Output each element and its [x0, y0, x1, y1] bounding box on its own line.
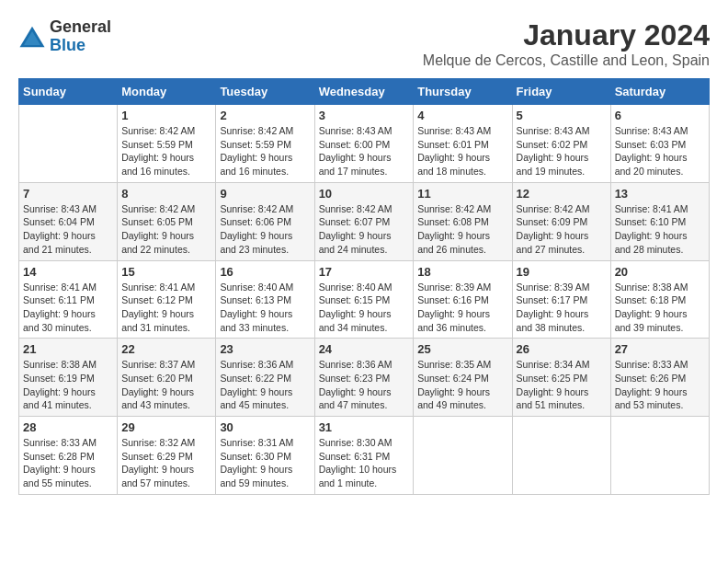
day-number: 7	[23, 187, 113, 201]
day-number: 18	[417, 265, 507, 279]
day-info: Sunrise: 8:37 AM Sunset: 6:20 PM Dayligh…	[121, 358, 211, 412]
day-number: 21	[23, 342, 113, 356]
calendar-cell: 19Sunrise: 8:39 AM Sunset: 6:17 PM Dayli…	[512, 260, 610, 339]
day-info: Sunrise: 8:41 AM Sunset: 6:11 PM Dayligh…	[23, 281, 113, 335]
header-cell-sunday: Sunday	[19, 79, 118, 105]
day-info: Sunrise: 8:40 AM Sunset: 6:13 PM Dayligh…	[220, 281, 310, 335]
location-subtitle: Melque de Cercos, Castille and Leon, Spa…	[423, 52, 710, 69]
logo-general: General	[50, 18, 111, 37]
day-number: 4	[417, 109, 507, 122]
day-info: Sunrise: 8:42 AM Sunset: 5:59 PM Dayligh…	[121, 124, 211, 178]
day-info: Sunrise: 8:38 AM Sunset: 6:19 PM Dayligh…	[23, 358, 113, 412]
calendar-header: SundayMondayTuesdayWednesdayThursdayFrid…	[19, 79, 710, 105]
day-number: 10	[319, 187, 410, 201]
calendar-cell: 24Sunrise: 8:36 AM Sunset: 6:23 PM Dayli…	[314, 339, 414, 417]
day-number: 13	[615, 187, 705, 201]
day-info: Sunrise: 8:35 AM Sunset: 6:24 PM Dayligh…	[417, 358, 507, 412]
title-section: January 2024 Melque de Cercos, Castille …	[423, 18, 710, 69]
calendar-cell: 3Sunrise: 8:43 AM Sunset: 6:00 PM Daylig…	[314, 105, 414, 183]
calendar-cell: 2Sunrise: 8:42 AM Sunset: 5:59 PM Daylig…	[216, 105, 314, 183]
day-info: Sunrise: 8:42 AM Sunset: 5:59 PM Dayligh…	[220, 124, 310, 178]
day-info: Sunrise: 8:43 AM Sunset: 6:00 PM Dayligh…	[319, 124, 410, 178]
day-number: 14	[23, 265, 113, 279]
day-number: 2	[220, 109, 310, 122]
calendar-cell	[414, 417, 512, 495]
calendar-cell: 14Sunrise: 8:41 AM Sunset: 6:11 PM Dayli…	[19, 260, 118, 339]
day-number: 30	[220, 420, 310, 434]
calendar-cell: 29Sunrise: 8:32 AM Sunset: 6:29 PM Dayli…	[118, 417, 216, 495]
logo: General Blue	[18, 18, 111, 55]
calendar-cell: 26Sunrise: 8:34 AM Sunset: 6:25 PM Dayli…	[512, 339, 610, 417]
day-number: 26	[517, 342, 607, 356]
calendar-cell: 6Sunrise: 8:43 AM Sunset: 6:03 PM Daylig…	[610, 105, 709, 183]
day-number: 3	[319, 109, 410, 122]
day-number: 1	[121, 109, 211, 122]
calendar-cell: 12Sunrise: 8:42 AM Sunset: 6:09 PM Dayli…	[512, 182, 610, 260]
calendar-week-row: 21Sunrise: 8:38 AM Sunset: 6:19 PM Dayli…	[19, 339, 710, 417]
header-cell-friday: Friday	[512, 79, 610, 105]
day-number: 24	[319, 342, 410, 356]
calendar-cell: 16Sunrise: 8:40 AM Sunset: 6:13 PM Dayli…	[216, 260, 314, 339]
logo-text: General Blue	[50, 18, 111, 55]
day-number: 20	[615, 265, 705, 279]
calendar-cell: 27Sunrise: 8:33 AM Sunset: 6:26 PM Dayli…	[610, 339, 709, 417]
day-number: 22	[121, 342, 211, 356]
day-info: Sunrise: 8:43 AM Sunset: 6:01 PM Dayligh…	[417, 124, 507, 178]
calendar-cell: 5Sunrise: 8:43 AM Sunset: 6:02 PM Daylig…	[512, 105, 610, 183]
day-info: Sunrise: 8:42 AM Sunset: 6:06 PM Dayligh…	[220, 202, 310, 257]
calendar-cell: 21Sunrise: 8:38 AM Sunset: 6:19 PM Dayli…	[19, 339, 118, 417]
calendar-cell	[610, 417, 709, 495]
day-info: Sunrise: 8:34 AM Sunset: 6:25 PM Dayligh…	[517, 358, 607, 412]
day-info: Sunrise: 8:43 AM Sunset: 6:03 PM Dayligh…	[615, 124, 705, 178]
calendar-cell: 13Sunrise: 8:41 AM Sunset: 6:10 PM Dayli…	[610, 182, 709, 260]
day-info: Sunrise: 8:30 AM Sunset: 6:31 PM Dayligh…	[319, 436, 410, 490]
calendar-cell: 10Sunrise: 8:42 AM Sunset: 6:07 PM Dayli…	[314, 182, 414, 260]
day-info: Sunrise: 8:41 AM Sunset: 6:12 PM Dayligh…	[121, 281, 211, 335]
day-info: Sunrise: 8:43 AM Sunset: 6:04 PM Dayligh…	[23, 202, 113, 257]
calendar-cell: 7Sunrise: 8:43 AM Sunset: 6:04 PM Daylig…	[19, 182, 118, 260]
day-number: 27	[615, 342, 705, 356]
day-number: 12	[517, 187, 607, 201]
day-info: Sunrise: 8:33 AM Sunset: 6:28 PM Dayligh…	[23, 436, 113, 490]
day-info: Sunrise: 8:42 AM Sunset: 6:07 PM Dayligh…	[319, 202, 410, 257]
calendar-cell: 20Sunrise: 8:38 AM Sunset: 6:18 PM Dayli…	[610, 260, 709, 339]
calendar-cell: 11Sunrise: 8:42 AM Sunset: 6:08 PM Dayli…	[414, 182, 512, 260]
logo-icon	[18, 23, 46, 51]
day-number: 31	[319, 420, 410, 434]
calendar-cell: 18Sunrise: 8:39 AM Sunset: 6:16 PM Dayli…	[414, 260, 512, 339]
day-info: Sunrise: 8:43 AM Sunset: 6:02 PM Dayligh…	[517, 124, 607, 178]
page-header: General Blue January 2024 Melque de Cerc…	[18, 18, 710, 69]
calendar-cell: 9Sunrise: 8:42 AM Sunset: 6:06 PM Daylig…	[216, 182, 314, 260]
header-cell-tuesday: Tuesday	[216, 79, 314, 105]
calendar-cell: 4Sunrise: 8:43 AM Sunset: 6:01 PM Daylig…	[414, 105, 512, 183]
day-number: 16	[220, 265, 310, 279]
header-row: SundayMondayTuesdayWednesdayThursdayFrid…	[19, 79, 710, 105]
day-number: 5	[517, 109, 607, 122]
calendar-cell: 17Sunrise: 8:40 AM Sunset: 6:15 PM Dayli…	[314, 260, 414, 339]
day-info: Sunrise: 8:32 AM Sunset: 6:29 PM Dayligh…	[121, 436, 211, 490]
day-number: 19	[517, 265, 607, 279]
calendar-week-row: 1Sunrise: 8:42 AM Sunset: 5:59 PM Daylig…	[19, 105, 710, 183]
calendar-cell: 25Sunrise: 8:35 AM Sunset: 6:24 PM Dayli…	[414, 339, 512, 417]
calendar-cell: 28Sunrise: 8:33 AM Sunset: 6:28 PM Dayli…	[19, 417, 118, 495]
header-cell-monday: Monday	[118, 79, 216, 105]
day-info: Sunrise: 8:33 AM Sunset: 6:26 PM Dayligh…	[615, 358, 705, 412]
calendar-cell: 23Sunrise: 8:36 AM Sunset: 6:22 PM Dayli…	[216, 339, 314, 417]
day-number: 8	[121, 187, 211, 201]
day-info: Sunrise: 8:42 AM Sunset: 6:08 PM Dayligh…	[417, 202, 507, 257]
day-info: Sunrise: 8:39 AM Sunset: 6:17 PM Dayligh…	[517, 281, 607, 335]
calendar-body: 1Sunrise: 8:42 AM Sunset: 5:59 PM Daylig…	[19, 105, 710, 495]
calendar-cell	[512, 417, 610, 495]
month-year-title: January 2024	[423, 18, 710, 52]
day-info: Sunrise: 8:40 AM Sunset: 6:15 PM Dayligh…	[319, 281, 410, 335]
calendar-cell: 8Sunrise: 8:42 AM Sunset: 6:05 PM Daylig…	[118, 182, 216, 260]
calendar-cell	[19, 105, 118, 183]
day-info: Sunrise: 8:42 AM Sunset: 6:05 PM Dayligh…	[121, 202, 211, 257]
calendar-cell: 31Sunrise: 8:30 AM Sunset: 6:31 PM Dayli…	[314, 417, 414, 495]
day-number: 29	[121, 420, 211, 434]
logo-blue: Blue	[50, 37, 111, 55]
day-number: 17	[319, 265, 410, 279]
header-cell-thursday: Thursday	[414, 79, 512, 105]
day-number: 25	[417, 342, 507, 356]
day-number: 11	[417, 187, 507, 201]
